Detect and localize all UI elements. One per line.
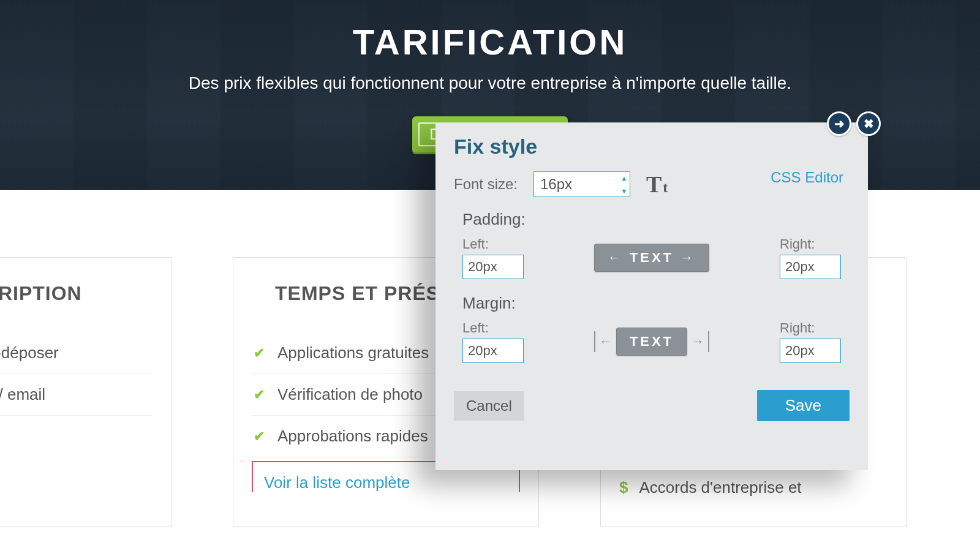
margin-visualizer: ← TEXT → <box>536 328 767 356</box>
font-size-field-wrapper: ▲ ▼ <box>533 171 630 197</box>
feature-text: Applications gratuites <box>277 343 429 362</box>
check-icon: ✔ <box>252 387 266 403</box>
feature-item: ✔ rface glisser-déposer <box>0 332 153 374</box>
margin-right-label: Right: <box>780 320 841 336</box>
feature-item: ✔ èles faciles <box>0 416 153 457</box>
close-icon: ✖ <box>864 116 874 131</box>
feature-text: rface glisser-déposer <box>0 343 59 362</box>
dollar-icon: $ <box>619 478 628 497</box>
save-button[interactable]: Save <box>757 390 850 421</box>
padding-visualizer: ← TEXT → <box>536 244 767 272</box>
popover-float-controls: ➜ ✖ <box>827 111 881 136</box>
check-icon: ✔ <box>252 429 266 444</box>
spinner-down-icon[interactable]: ▼ <box>618 184 630 197</box>
margin-section-label: Margin: <box>435 288 868 319</box>
page-subtitle: Des prix flexibles qui fonctionnent pour… <box>0 73 980 93</box>
text-height-icon: Tt <box>646 171 668 198</box>
cancel-button[interactable]: Cancel <box>454 391 524 421</box>
padding-row: Left: ← TEXT → Right: <box>435 235 868 288</box>
padding-pill: ← TEXT → <box>594 244 709 272</box>
feature-text: Vérification de photo <box>277 385 423 404</box>
pill-text: TEXT <box>630 334 674 349</box>
card-title: NSCRIPTION <box>0 282 153 305</box>
arrow-right-icon: → <box>691 334 704 350</box>
padding-right-label: Right: <box>780 236 841 252</box>
padding-right-input[interactable] <box>780 255 841 279</box>
margin-bar-right <box>708 331 709 352</box>
page-title: TARIFICATION <box>0 21 980 62</box>
popover-footer: Cancel Save <box>435 372 868 421</box>
margin-bar-left <box>594 331 595 352</box>
arrow-right-icon: ➜ <box>834 116 845 131</box>
font-size-label: Font size: <box>454 176 522 193</box>
popover-title: Fix style <box>435 122 868 165</box>
feature-item: ✔ ier par SMS / email <box>0 374 153 416</box>
feature-text: Approbations rapides <box>277 427 428 446</box>
arrow-left-icon: ← <box>608 250 624 266</box>
feature-text: ier par SMS / email <box>0 385 45 404</box>
spinner-up-icon[interactable]: ▲ <box>618 171 630 184</box>
padding-left-input[interactable] <box>462 255 524 279</box>
arrow-right-icon: → <box>680 250 696 266</box>
font-size-input[interactable] <box>533 171 630 197</box>
margin-right-input[interactable] <box>780 339 841 363</box>
padding-section-label: Padding: <box>435 204 868 235</box>
see-full-list-link[interactable]: Voir la liste complète <box>264 473 410 492</box>
margin-left-label: Left: <box>462 320 524 336</box>
feature-item: $ Accords d'entreprise et <box>619 467 888 508</box>
margin-left-input[interactable] <box>462 339 524 363</box>
margin-row: Left: ← TEXT → Right: <box>435 319 868 372</box>
padding-left-label: Left: <box>462 236 524 252</box>
fix-style-popover: Fix style CSS Editor Font size: ▲ ▼ Tt P… <box>435 122 868 470</box>
pricing-card-inscription: NSCRIPTION ✔ rface glisser-déposer ✔ ier… <box>0 257 172 527</box>
close-button[interactable]: ✖ <box>856 111 881 136</box>
arrow-left-icon: ← <box>599 334 612 350</box>
spinner: ▲ ▼ <box>618 171 630 197</box>
next-arrow-button[interactable]: ➜ <box>827 111 851 136</box>
margin-pill: TEXT <box>616 328 687 356</box>
check-icon: ✔ <box>252 345 266 361</box>
feature-text: Accords d'entreprise et <box>639 478 801 497</box>
pill-text: TEXT <box>630 250 674 266</box>
